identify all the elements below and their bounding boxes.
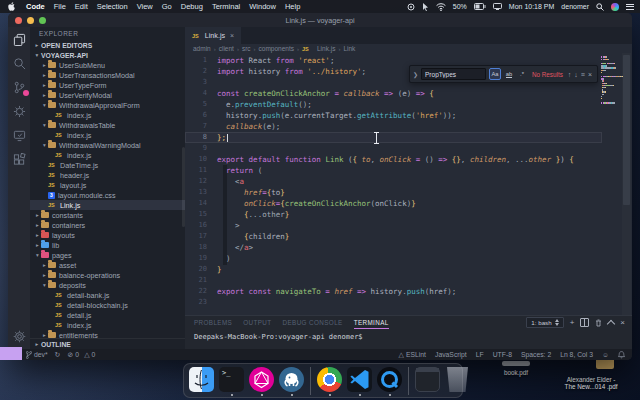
debug-icon[interactable] [13, 105, 26, 118]
status-eslint[interactable]: △ESLint [399, 351, 426, 358]
outline-section[interactable]: ▸ OUTLINE [30, 338, 185, 349]
tree-item-layout-js[interactable]: JSlayout.js [30, 180, 185, 190]
tree-item-lib[interactable]: ▸lib [30, 240, 185, 250]
tree-item-entitlements[interactable]: ▸entitlements [30, 330, 185, 338]
dock-chrome-icon[interactable] [317, 367, 342, 392]
record-indicator-icon[interactable] [407, 3, 415, 11]
git-branch-item[interactable]: dev* [26, 351, 48, 359]
tree-item-usersubmenu[interactable]: ▸UserSubMenu [30, 60, 185, 70]
desktop-file-label-2[interactable]: Alexander Elder - The New...014 .pdf [556, 376, 626, 390]
find-next-icon[interactable]: ↓ [574, 71, 578, 78]
project-root-section[interactable]: ▾ VOYAGER-API [30, 50, 185, 60]
dock-vscode-icon[interactable] [347, 367, 372, 392]
code-line-15[interactable]: 15 {...other} [185, 209, 602, 220]
tree-item-index-js[interactable]: JSindex.js [30, 110, 185, 120]
menu-selection[interactable]: Selection [97, 2, 128, 11]
code-line-23[interactable]: 23 [185, 297, 602, 308]
panel-tab-terminal[interactable]: TERMINAL [354, 319, 389, 326]
code-line-4[interactable]: 4const createOnClickAnchor = callback =>… [185, 88, 602, 99]
explorer-icon[interactable] [13, 33, 26, 46]
dock-minimized-window[interactable] [415, 367, 440, 392]
new-terminal-icon[interactable]: + [570, 319, 575, 327]
code-line-6[interactable]: 6 history.push(e.currentTarget.getAttrib… [185, 110, 602, 121]
menu-code[interactable]: Code [26, 2, 45, 11]
dock-postgres-icon[interactable] [279, 367, 304, 392]
code-line-14[interactable]: 14 onClick={createOnClickAnchor(onClick)… [185, 198, 602, 209]
battery-percent[interactable]: 50% [453, 3, 467, 10]
terminal-prompt[interactable]: Deepaks-MacBook-Pro:voyager-api denomer$ [185, 329, 632, 341]
tree-item-index-js[interactable]: JSindex.js [30, 320, 185, 330]
extensions-icon[interactable] [13, 153, 26, 166]
spotlight-search-icon[interactable] [596, 3, 604, 11]
apple-logo-icon[interactable] [8, 2, 16, 11]
status-ln-8-col-3[interactable]: Ln 8, Col 3 [560, 351, 593, 358]
dock-quicktime-icon[interactable] [377, 367, 402, 392]
tree-item-link-js[interactable]: JSLink.js [30, 200, 185, 210]
tree-item-index-js[interactable]: JSindex.js [30, 130, 185, 140]
breadcrumb-link[interactable]: Link [343, 45, 355, 52]
code-editor[interactable]: 1import React from 'react';2import histo… [185, 53, 632, 315]
settings-gear-icon[interactable] [13, 330, 26, 343]
code-line-7[interactable]: 7 callback(e); [185, 121, 602, 132]
menu-user[interactable]: denomer [561, 3, 589, 10]
breadcrumb-link-js[interactable]: Link.js [317, 45, 335, 52]
panel-tab-output[interactable]: OUTPUT [243, 319, 271, 326]
pointer-icon[interactable] [422, 3, 429, 11]
close-tab-icon[interactable]: × [230, 32, 234, 39]
menu-terminal[interactable]: Terminal [212, 2, 240, 11]
tree-item-datetime-js[interactable]: JSDateTime.js [30, 160, 185, 170]
code-line-13[interactable]: 13 href={to} [185, 187, 602, 198]
regex-button[interactable]: .* [517, 69, 527, 79]
status-javascript[interactable]: JavaScript [435, 351, 467, 358]
code-line-9[interactable]: 9 [185, 143, 602, 154]
dock-graphql-icon[interactable] [249, 367, 274, 392]
find-expand-icon[interactable]: ❯ [413, 71, 418, 78]
panel-tab-debug-console[interactable]: DEBUG CONSOLE [283, 319, 343, 326]
status-utf-8[interactable]: UTF-8 [493, 351, 512, 358]
tree-item-containers[interactable]: ▸containers [30, 220, 185, 230]
code-line-17[interactable]: 17 {children} [185, 231, 602, 242]
code-line-16[interactable]: 16 > [185, 220, 602, 231]
tree-item-withdrawalapprovalform[interactable]: ▾WithdrawalApprovalForm [30, 100, 185, 110]
tree-item-constants[interactable]: ▸constants [30, 210, 185, 220]
breadcrumb-src[interactable]: src [242, 45, 251, 52]
problems-item[interactable]: ⊘0 △0 [67, 351, 95, 358]
code-line-19[interactable]: 19 ) [185, 253, 602, 264]
code-line-10[interactable]: 10export default function Link ({ to, on… [185, 154, 602, 165]
open-editors-section[interactable]: ▸ OPEN EDITORS [30, 40, 185, 50]
tree-item-withdrawalstable[interactable]: ▾WithdrawalsTable [30, 120, 185, 130]
menu-view[interactable]: View [137, 2, 153, 11]
code-line-18[interactable]: 18 </a> [185, 242, 602, 253]
dock-finder-icon[interactable] [189, 367, 214, 392]
status-lf[interactable]: LF [476, 351, 484, 358]
tree-item-usertransactionsmodal[interactable]: ▸UserTransactionsModal [30, 70, 185, 80]
code-line-21[interactable]: 21 [185, 275, 602, 286]
menu-edit[interactable]: Edit [75, 2, 88, 11]
menu-window[interactable]: Window [249, 2, 276, 11]
tree-item-asset[interactable]: ▸asset [30, 260, 185, 270]
status-spaces-2[interactable]: Spaces: 2 [521, 351, 551, 358]
panel-tab-problems[interactable]: PROBLEMS [194, 319, 232, 326]
tab-linkjs[interactable]: JS Link.js × [185, 27, 241, 44]
wifi-icon[interactable] [436, 3, 446, 11]
code-line-8[interactable]: 8}; [185, 132, 602, 143]
battery-icon[interactable] [474, 3, 486, 10]
shell-selector[interactable]: 1: bash [526, 317, 563, 328]
split-terminal-icon[interactable] [580, 318, 589, 327]
match-case-button[interactable]: Aa [489, 68, 501, 80]
tree-item-detail-blockchain-js[interactable]: JSdetail-blockchain.js [30, 300, 185, 310]
remote-check-icon[interactable] [13, 129, 26, 142]
menu-debug[interactable]: Debug [181, 2, 203, 11]
breadcrumb-client[interactable]: client [219, 45, 234, 52]
menu-help[interactable]: Help [285, 2, 300, 11]
menu-clock[interactable]: Mon 10:18 PM [509, 3, 555, 10]
tree-item-detail-js[interactable]: JSdetail.js [30, 310, 185, 320]
editor-scrollbar[interactable] [622, 53, 631, 315]
find-previous-icon[interactable]: ↑ [568, 71, 572, 78]
code-line-5[interactable]: 5 e.preventDefault(); [185, 99, 602, 110]
tree-item-withdrawalwarningmodal[interactable]: ▾WithdrawalWarningModal [30, 140, 185, 150]
close-find-icon[interactable]: × [588, 71, 592, 78]
siri-icon[interactable] [611, 3, 619, 11]
search-icon[interactable] [13, 57, 26, 70]
whole-word-button[interactable]: ab [504, 69, 514, 79]
